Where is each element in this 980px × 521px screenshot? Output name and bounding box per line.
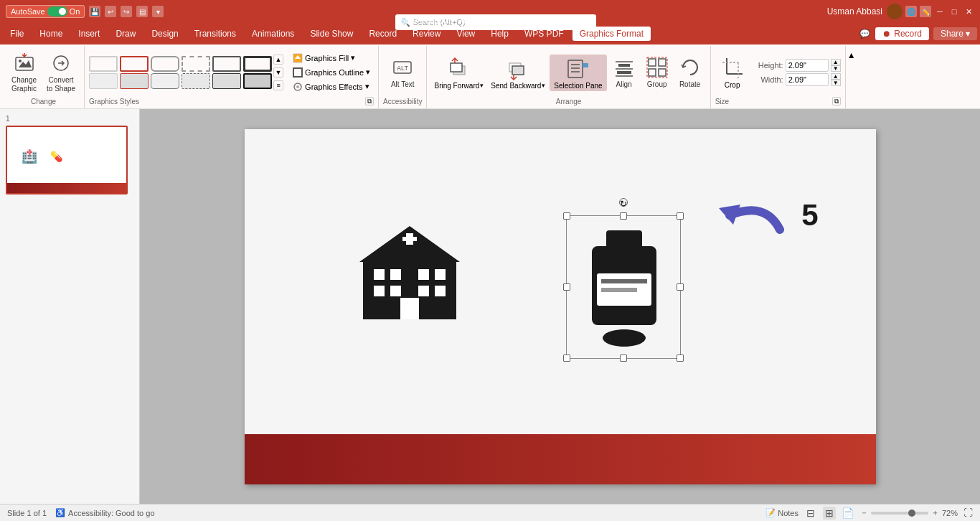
svg-rect-47: [606, 230, 642, 248]
graphics-fill-button[interactable]: Graphics Fill ▾: [289, 52, 374, 65]
height-spin-up[interactable]: ▲: [831, 59, 841, 65]
convert-shape-button[interactable]: Convertto Shape: [42, 49, 80, 96]
selection-pane-button[interactable]: Selection Pane: [550, 55, 606, 91]
medicine-svg: [567, 216, 682, 360]
svg-rect-45: [435, 286, 446, 296]
selection-pane-icon: [565, 56, 591, 82]
notes-button[interactable]: 📝 Notes: [765, 508, 798, 517]
style-thumb-12[interactable]: [243, 73, 272, 89]
style-thumb-1[interactable]: [89, 56, 118, 72]
zoom-out-icon[interactable]: －: [860, 507, 868, 518]
slide-sorter-button[interactable]: ⊞: [823, 507, 836, 520]
undo-icon[interactable]: ↩: [105, 6, 116, 17]
rotate-button[interactable]: Rotate: [674, 53, 706, 92]
graphics-outline-button[interactable]: Graphics Outline ▾: [289, 66, 374, 79]
style-thumb-4[interactable]: [182, 56, 210, 72]
customize-icon[interactable]: ▾: [152, 6, 164, 17]
height-spinner: ▲ ▼: [831, 59, 841, 72]
scroll-up-arrow[interactable]: ▲: [273, 55, 283, 65]
height-label: Height:: [751, 61, 783, 70]
style-thumb-3[interactable]: [151, 56, 179, 72]
align-button[interactable]: Align: [608, 53, 640, 92]
zoom-slider[interactable]: [871, 512, 928, 515]
maximize-button[interactable]: □: [948, 6, 960, 17]
number-5-label: 5: [801, 198, 818, 233]
autosave-button[interactable]: AutoSave On: [6, 5, 85, 18]
send-backward-button[interactable]: Send Backward ▾: [488, 55, 548, 91]
scroll-down-arrow[interactable]: ▼: [273, 67, 283, 78]
status-left: Slide 1 of 1 ♿ Accessibility: Good to go: [7, 508, 155, 517]
earth-icon[interactable]: 🌐: [905, 6, 917, 17]
svg-rect-44: [418, 286, 429, 296]
style-thumb-8[interactable]: [120, 73, 149, 89]
accessibility-icon: ♿: [55, 508, 65, 517]
menu-transitions[interactable]: Transitions: [187, 27, 243, 41]
ribbon-group-change: ChangeGraphic Convertto Shape Change: [3, 46, 85, 108]
group-icon: [646, 56, 669, 79]
close-button[interactable]: ✕: [963, 6, 974, 17]
ribbon-collapse-button[interactable]: ▲: [846, 49, 857, 62]
height-spin-down[interactable]: ▼: [831, 65, 841, 72]
style-thumb-5[interactable]: [212, 56, 241, 72]
graphics-effects-button[interactable]: Graphics Effects ▾: [289, 80, 374, 93]
width-input[interactable]: [786, 73, 829, 86]
graphics-styles-expand-icon[interactable]: ⧉: [365, 97, 374, 105]
slides-panel: 1 🏥 💊: [0, 109, 140, 504]
chat-icon[interactable]: 💬: [858, 27, 871, 40]
hospital-graphic[interactable]: [356, 222, 463, 323]
menu-home[interactable]: Home: [32, 27, 70, 41]
svg-rect-23: [617, 71, 631, 74]
style-thumb-9[interactable]: [151, 73, 179, 89]
menu-insert[interactable]: Insert: [71, 27, 107, 41]
slide-thumbnail[interactable]: 🏥 💊: [6, 126, 128, 194]
style-thumb-6[interactable]: [243, 56, 272, 72]
style-thumb-2[interactable]: [120, 56, 149, 72]
normal-view-button[interactable]: ⊟: [804, 507, 817, 520]
bring-forward-button[interactable]: Bring Forward ▾: [431, 55, 486, 91]
crop-button[interactable]: Crop: [715, 52, 750, 92]
redo-icon[interactable]: ↪: [121, 6, 132, 17]
slide-info: Slide 1 of 1: [7, 509, 47, 517]
hospital-svg: [356, 222, 463, 323]
share-button[interactable]: Share ▾: [933, 27, 977, 40]
group-button[interactable]: Group: [641, 53, 673, 92]
outline-icon: [293, 67, 303, 78]
pen-icon[interactable]: ✏️: [920, 6, 931, 17]
menu-draw[interactable]: Draw: [108, 27, 143, 41]
height-input[interactable]: [786, 59, 829, 72]
graphics-outline-label: Graphics Outline: [305, 68, 364, 77]
style-thumb-11[interactable]: [212, 73, 241, 89]
fit-slide-button[interactable]: ⛶: [963, 507, 973, 518]
scroll-more-arrow[interactable]: ≡: [273, 80, 283, 90]
save-icon[interactable]: 💾: [89, 6, 100, 17]
minimize-button[interactable]: ─: [934, 6, 946, 17]
svg-rect-25: [649, 59, 656, 66]
reading-view-button[interactable]: 📄: [842, 507, 854, 520]
menu-slideshow[interactable]: Slide Show: [303, 27, 360, 41]
user-avatar[interactable]: [887, 4, 903, 19]
width-spin-up[interactable]: ▲: [831, 73, 841, 80]
svg-point-53: [613, 329, 635, 347]
size-group-expand-icon[interactable]: ⧉: [832, 97, 841, 105]
style-thumb-7[interactable]: [89, 73, 118, 89]
zoom-in-icon[interactable]: ＋: [931, 507, 939, 518]
user-area: Usman Abbasi: [827, 4, 903, 19]
share-arrow-icon: ▾: [966, 29, 970, 39]
menu-animations[interactable]: Animations: [245, 27, 301, 41]
slide-canvas[interactable]: ↻: [245, 129, 876, 484]
record-button[interactable]: ⏺ Record: [875, 27, 929, 40]
width-spin-down[interactable]: ▼: [831, 80, 841, 86]
change-graphic-button[interactable]: ChangeGraphic: [7, 49, 41, 96]
menu-design[interactable]: Design: [144, 27, 185, 41]
style-thumb-10[interactable]: [182, 73, 210, 89]
zoom-control: － ＋ 72%: [860, 507, 958, 518]
thumb-red-bar: [7, 183, 126, 193]
presentation-icon[interactable]: ▤: [136, 6, 148, 17]
menu-file[interactable]: File: [3, 27, 31, 41]
autosave-toggle[interactable]: [47, 6, 67, 17]
arrow-svg: [708, 190, 794, 240]
rotate-handle[interactable]: ↻: [619, 198, 628, 207]
alt-text-button[interactable]: ALT Alt Text: [387, 53, 419, 92]
search-bar[interactable]: 🔍 Search (Alt+Q): [395, 14, 596, 30]
change-group-label: Change: [31, 98, 56, 107]
